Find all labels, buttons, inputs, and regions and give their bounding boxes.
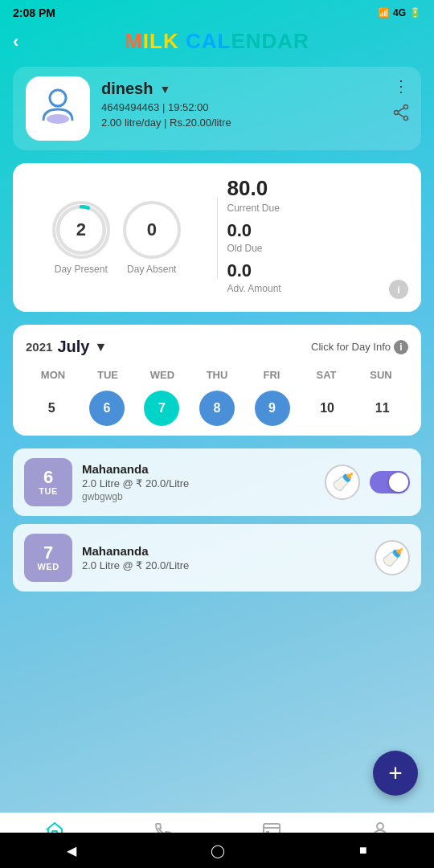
day-absent-label: Day Absent — [127, 264, 176, 275]
circles-section: 2 Day Present 0 Day Absent — [26, 201, 207, 275]
calendar-month: July — [57, 338, 89, 356]
current-amount: 80.0 — [227, 176, 409, 201]
profile-actions: ⋮ — [392, 76, 410, 125]
profile-name: dinesh — [101, 80, 153, 98]
calendar-days-header: MON TUE WED THU FRI SAT SUN — [26, 366, 408, 384]
svg-point-0 — [50, 90, 66, 106]
svg-line-5 — [398, 108, 403, 112]
amounts-section: 80.0 Current Due 0.0 Old Due 0.0 Adv. Am… — [227, 176, 409, 299]
day-wed: WED — [135, 366, 190, 384]
back-button[interactable]: ‹ — [13, 31, 18, 52]
milk-icon-btn-1[interactable]: 🍼 — [375, 540, 410, 575]
delivery-toggle-0[interactable] — [370, 471, 410, 493]
day-sun: SUN — [354, 366, 408, 384]
calendar-year: 2021 — [26, 340, 52, 354]
add-fab-icon: + — [388, 760, 403, 787]
profile-phone: 4649494463 | 19:52:00 — [101, 101, 408, 113]
toggle-knob-0 — [389, 473, 408, 492]
svg-point-2 — [404, 105, 408, 109]
calendar-dropdown-arrow[interactable]: ▼ — [94, 340, 107, 354]
cal-day-7[interactable]: 7 — [144, 391, 179, 426]
title-cal: CAL — [186, 29, 231, 53]
profile-name-row: dinesh ▼ — [101, 80, 408, 98]
delivery-list: 6 TUE Mahananda 2.0 Litre @ ₹ 20.0/Litre… — [13, 448, 421, 592]
svg-point-4 — [404, 117, 408, 121]
svg-point-7 — [58, 207, 104, 253]
svg-point-1 — [47, 114, 69, 124]
click-for-day-info[interactable]: Click for Day Info i — [311, 340, 408, 354]
battery-icon: 🔋 — [409, 7, 421, 18]
delivery-date-num-1: 7 — [43, 544, 53, 562]
day-present-label: Day Present — [55, 264, 108, 275]
android-recents[interactable]: ■ — [359, 843, 367, 858]
day-mon: MON — [26, 366, 80, 384]
more-options-button[interactable]: ⋮ — [393, 76, 409, 96]
profile-rate: 2.00 litre/day | Rs.20.00/litre — [101, 117, 408, 129]
profile-info: dinesh ▼ 4649494463 | 19:52:00 2.00 litr… — [101, 76, 408, 129]
share-button[interactable] — [392, 104, 410, 125]
app-title: MILK CALENDAR — [125, 29, 309, 54]
calendar-card: 2021 July ▼ Click for Day Info i MON TUE… — [13, 325, 421, 436]
day-present-ring: 2 — [52, 201, 110, 259]
delivery-vendor-1: Mahananda — [82, 544, 365, 558]
cal-day-9[interactable]: 9 — [255, 391, 290, 426]
day-absent-item: 0 Day Absent — [123, 201, 181, 275]
status-time: 2:08 PM — [13, 6, 55, 19]
android-nav-bar: ◀ ◯ ■ — [0, 833, 434, 868]
day-absent-ring: 0 — [123, 201, 181, 259]
delivery-date-badge-1: 7 WED — [24, 534, 72, 582]
stats-divider — [217, 198, 218, 278]
svg-point-3 — [395, 111, 399, 115]
android-back[interactable]: ◀ — [67, 843, 76, 858]
svg-line-6 — [398, 113, 403, 117]
day-present-item: 2 Day Present — [52, 201, 110, 275]
adv-amount-label: Adv. Amount — [227, 283, 409, 294]
bluetooth-icon: 📶 — [378, 7, 390, 18]
cal-day-11[interactable]: 11 — [365, 391, 400, 426]
day-tue: TUE — [80, 366, 135, 384]
title-ilk: ILK — [143, 29, 179, 53]
title-space — [179, 29, 186, 53]
cal-day-8[interactable]: 8 — [199, 391, 235, 426]
network-icon: 4G — [393, 7, 406, 18]
milk-icon-btn-0[interactable]: 🍼 — [325, 465, 360, 500]
old-due-amount: 0.0 — [227, 220, 409, 241]
svg-point-13 — [377, 823, 383, 829]
calendar-month-row: 2021 July ▼ — [26, 338, 107, 356]
title-m: M — [125, 29, 143, 53]
stats-info-button[interactable]: i — [389, 280, 408, 299]
delivery-item-1: 7 WED Mahananda 2.0 Litre @ ₹ 20.0/Litre… — [13, 524, 421, 592]
profile-card: dinesh ▼ 4649494463 | 19:52:00 2.00 litr… — [13, 67, 421, 150]
cal-day-10[interactable]: 10 — [309, 391, 345, 426]
android-home[interactable]: ◯ — [211, 843, 225, 858]
day-sat: SAT — [299, 366, 354, 384]
avatar-box — [26, 76, 90, 141]
adv-amount: 0.0 — [227, 260, 409, 281]
cal-day-6[interactable]: 6 — [89, 391, 125, 426]
delivery-date-day-1: WED — [37, 562, 59, 571]
delivery-date-num-0: 6 — [43, 469, 53, 486]
delivery-info-0: Mahananda 2.0 Litre @ ₹ 20.0/Litre gwbgw… — [82, 462, 315, 502]
add-fab-button[interactable]: + — [373, 751, 418, 796]
status-bar: 2:08 PM 📶 4G 🔋 — [0, 0, 434, 23]
delivery-vendor-0: Mahananda — [82, 462, 315, 476]
delivery-date-day-0: TUE — [39, 486, 58, 496]
status-icons: 📶 4G 🔋 — [378, 7, 421, 18]
current-due-label: Current Due — [227, 203, 409, 214]
delivery-date-badge-0: 6 TUE — [24, 458, 72, 506]
delivery-info-1: Mahananda 2.0 Litre @ ₹ 20.0/Litre — [82, 544, 365, 571]
calendar-days-grid: 5 6 7 8 9 10 11 — [26, 391, 408, 426]
delivery-item-0: 6 TUE Mahananda 2.0 Litre @ ₹ 20.0/Litre… — [13, 448, 421, 516]
old-due-label: Old Due — [227, 243, 409, 254]
delivery-note-0: gwbgwgb — [82, 491, 315, 502]
delivery-qty-1: 2.0 Litre @ ₹ 20.0/Litre — [82, 559, 365, 571]
profile-dropdown-arrow[interactable]: ▼ — [159, 83, 170, 96]
top-nav: ‹ MILK CALENDAR — [0, 23, 434, 67]
title-endar: ENDAR — [231, 29, 309, 53]
stats-card: 2 Day Present 0 Day Absent 80.0 Current … — [13, 163, 421, 312]
day-fri: FRI — [244, 366, 299, 384]
day-info-icon: i — [394, 340, 408, 354]
cal-day-5[interactable]: 5 — [34, 391, 69, 426]
avatar-icon — [37, 84, 79, 133]
day-absent-num: 0 — [147, 219, 157, 240]
